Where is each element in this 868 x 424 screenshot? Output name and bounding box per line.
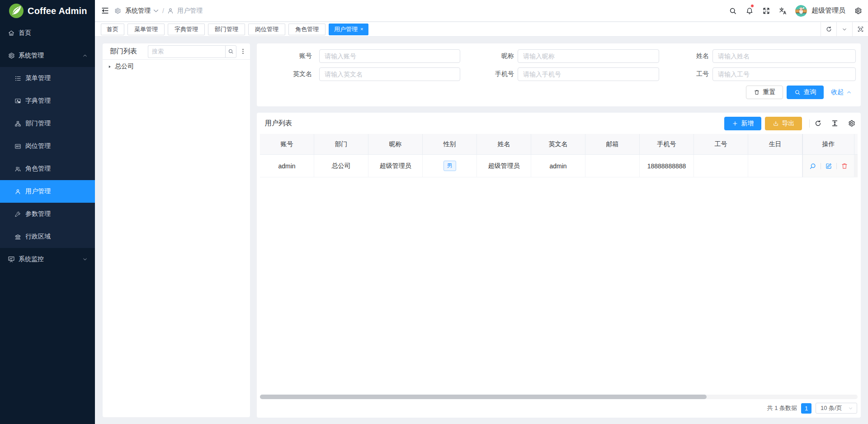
breadcrumb-current: 用户管理 [177, 7, 203, 15]
reset-label: 重置 [763, 88, 776, 96]
sidebar-item-user-management[interactable]: 用户管理 [0, 180, 95, 203]
sidebar-item-department-management[interactable]: 部门管理 [0, 112, 95, 135]
chevron-down-icon [848, 406, 853, 411]
plus-icon [732, 120, 738, 127]
id-card-icon [14, 143, 21, 150]
nickname-input[interactable] [518, 49, 659, 63]
refresh-table-button[interactable] [810, 117, 826, 130]
sidebar-item-dict-management[interactable]: 字典管理 [0, 90, 95, 112]
user-icon [167, 7, 174, 14]
column-settings-button[interactable] [843, 117, 860, 130]
scrollbar-gutter [854, 134, 858, 155]
search-icon [228, 48, 234, 54]
sidebar-item-label: 用户管理 [25, 187, 51, 195]
add-button[interactable]: 新增 [724, 117, 761, 130]
edit-row-icon[interactable] [825, 162, 832, 170]
sidebar-item-home[interactable]: 首页 [0, 22, 95, 44]
pagination: 共 1 条数据 1 10 条/页 [767, 403, 857, 414]
sidebar-item-label: 参数管理 [25, 210, 51, 218]
chevron-down-icon [152, 7, 160, 14]
chevron-up-icon [82, 53, 88, 58]
breadcrumb-parent[interactable]: 系统管理 [125, 7, 151, 15]
export-button[interactable]: 导出 [765, 117, 802, 130]
avatar[interactable] [795, 5, 807, 17]
tab-label: 首页 [107, 25, 118, 33]
search-icon [729, 7, 737, 15]
gear-icon [854, 7, 862, 15]
tab-dict-management[interactable]: 字典管理 [168, 24, 205, 35]
gear-icon [848, 119, 855, 127]
query-button[interactable]: 查询 [787, 86, 824, 99]
sidebar-item-menu-management[interactable]: 菜单管理 [0, 67, 95, 90]
tree-node-company[interactable]: 总公司 [108, 61, 250, 72]
name-input[interactable] [712, 49, 856, 63]
tab-user-management[interactable]: 用户管理× [329, 24, 368, 35]
tab-role-management[interactable]: 角色管理 [288, 24, 326, 35]
scrollbar-thumb[interactable] [260, 395, 707, 399]
language-button[interactable] [774, 0, 791, 21]
settings-button[interactable] [849, 0, 866, 21]
org-chart-icon [14, 120, 21, 127]
department-search [148, 45, 236, 58]
sidebar-item-post-management[interactable]: 岗位管理 [0, 135, 95, 157]
delete-row-icon[interactable] [841, 162, 848, 170]
department-search-input[interactable] [148, 45, 225, 58]
pagination-page-1[interactable]: 1 [801, 403, 811, 414]
app-logo[interactable]: Coffee Admin [0, 0, 95, 22]
view-row-icon[interactable] [809, 162, 816, 170]
tab-home[interactable]: 首页 [101, 24, 124, 35]
menu-list-icon [14, 75, 21, 82]
username[interactable]: 超级管理员 [811, 6, 845, 15]
notification-badge [750, 4, 754, 8]
cell-english-name: admin [531, 155, 585, 177]
horizontal-scrollbar [260, 395, 858, 399]
maximize-content-button[interactable] [852, 22, 868, 36]
query-label: 查询 [804, 88, 816, 96]
tab-department-management[interactable]: 部门管理 [208, 24, 245, 35]
fullscreen-button[interactable] [758, 0, 774, 21]
dictionary-icon [14, 98, 21, 105]
phone-input[interactable] [518, 67, 659, 81]
tab-label: 菜单管理 [134, 25, 158, 33]
table-row[interactable]: admin 总公司 超级管理员 男 超级管理员 admin 1888888888… [260, 155, 858, 177]
account-input[interactable] [319, 49, 460, 63]
form-label-wrap: 姓名 [654, 49, 709, 63]
users-icon [14, 166, 21, 172]
sidebar-item-administrative-region[interactable]: 行政区域 [0, 225, 95, 248]
tab-label: 角色管理 [295, 25, 319, 33]
column-header-english-name: 英文名 [531, 134, 585, 155]
tab-menu-button[interactable] [836, 22, 852, 36]
sidebar-item-system-monitor[interactable]: 系统监控 [0, 248, 95, 271]
refresh-tab-button[interactable] [821, 22, 836, 36]
tab-post-management[interactable]: 岗位管理 [248, 24, 285, 35]
tab-close-icon[interactable]: × [360, 27, 363, 32]
job-number-input[interactable] [712, 67, 856, 81]
sidebar-item-parameter-management[interactable]: 参数管理 [0, 203, 95, 225]
page-size-select[interactable]: 10 条/页 [816, 403, 857, 414]
bank-icon [14, 233, 21, 240]
sidebar-item-role-management[interactable]: 角色管理 [0, 157, 95, 180]
fullscreen-icon [762, 7, 770, 15]
sidebar-item-system-management[interactable]: 系统管理 [0, 44, 95, 67]
notifications-button[interactable] [741, 0, 758, 21]
more-options-icon[interactable] [240, 48, 246, 55]
add-label: 新增 [741, 119, 754, 128]
row-density-button[interactable] [826, 117, 843, 130]
english-name-input[interactable] [319, 67, 460, 81]
department-search-button[interactable] [225, 45, 236, 58]
collapse-label: 收起 [831, 88, 844, 96]
collapse-link[interactable]: 收起 [831, 86, 852, 99]
sidebar-fold-icon[interactable] [101, 6, 109, 15]
caret-right-icon[interactable] [108, 65, 112, 69]
bell-icon [745, 7, 754, 15]
reset-button[interactable]: 重置 [746, 86, 783, 99]
sidebar-item-label: 首页 [19, 29, 31, 37]
sidebar: Coffee Admin 首页 系统管理 菜单管理 字典管理 部门管理 [0, 0, 95, 424]
gear-icon [8, 52, 15, 59]
search-button[interactable] [724, 0, 741, 21]
tab-menu-management[interactable]: 菜单管理 [127, 24, 165, 35]
top-header: 系统管理 / 用户管理 超级管理员 [95, 0, 868, 22]
user-search-panel: 账号 昵称 姓名 英文名 手机号 工号 重置 查询 收起 [257, 43, 861, 106]
column-header-account: 账号 [260, 134, 314, 155]
column-header-nickname: 昵称 [368, 134, 423, 155]
